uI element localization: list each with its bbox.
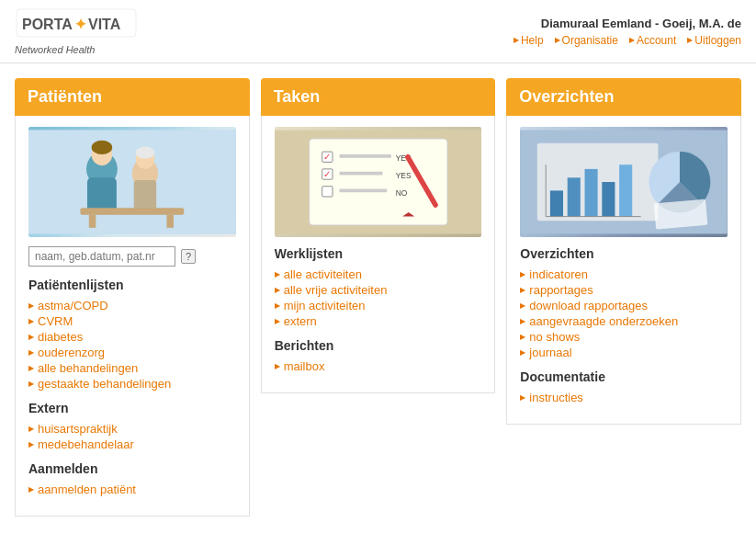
- list-item: CVRM: [28, 313, 236, 329]
- patienten-lijst-title: Patiëntenlijsten: [28, 278, 236, 292]
- logo-svg: PORTA ✦ VITA: [15, 7, 143, 42]
- svg-rect-15: [89, 215, 96, 228]
- patienten-image: [28, 127, 236, 237]
- link-download-rapportages[interactable]: download rapportages: [520, 299, 728, 312]
- svg-rect-34: [550, 190, 563, 216]
- nav-uitloggen[interactable]: Uitloggen: [687, 34, 741, 47]
- list-item: indicatoren: [520, 267, 728, 282]
- extern-links: huisartspraktijk medebehandelaar: [28, 421, 236, 452]
- list-item: alle vrije activiteiten: [275, 282, 482, 298]
- svg-text:VITA: VITA: [88, 17, 121, 32]
- list-item: diabetes: [28, 329, 236, 345]
- svg-rect-27: [322, 187, 332, 197]
- svg-rect-5: [28, 131, 236, 234]
- link-journaal[interactable]: journaal: [520, 346, 728, 359]
- list-item: download rapportages: [520, 298, 728, 313]
- list-item: astma/COPD: [28, 298, 236, 313]
- search-input[interactable]: [28, 246, 175, 267]
- link-instructies[interactable]: instructies: [520, 391, 728, 404]
- link-diabetes[interactable]: diabetes: [28, 330, 236, 344]
- werklijsten-links: alle activiteiten alle vrije activiteite…: [275, 267, 482, 329]
- column-overzichten: Overzichten: [506, 78, 741, 517]
- svg-text:YES: YES: [395, 171, 411, 180]
- search-help-button[interactable]: ?: [181, 249, 196, 264]
- link-mijn-activiteiten[interactable]: mijn activiteiten: [275, 299, 482, 312]
- link-medebehandelaar[interactable]: medebehandelaar: [28, 437, 236, 451]
- list-item: medebehandelaar: [28, 437, 236, 452]
- aanmelden-links: aanmelden patiënt: [28, 482, 236, 497]
- logo-tagline: Networked Health: [15, 44, 143, 55]
- taken-illustration: ✓ YES ✓ YES NO: [275, 127, 482, 237]
- svg-text:PORTA: PORTA: [22, 17, 73, 32]
- link-alle-activiteiten[interactable]: alle activiteiten: [275, 267, 482, 281]
- nav-help[interactable]: Help: [513, 34, 544, 47]
- list-item: alle activiteiten: [275, 267, 482, 282]
- svg-rect-14: [80, 208, 184, 215]
- svg-point-13: [136, 146, 155, 158]
- main-content: Patiënten: [0, 63, 756, 531]
- nav-account[interactable]: Account: [629, 34, 676, 47]
- berichten-title: Berichten: [275, 338, 482, 353]
- link-aanmelden-patient[interactable]: aanmelden patiënt: [28, 483, 236, 496]
- list-item: instructies: [520, 390, 728, 405]
- link-cvrm[interactable]: CVRM: [28, 314, 236, 328]
- taken-header: Taken: [261, 78, 496, 116]
- svg-rect-25: [339, 172, 382, 176]
- patienten-header: Patiënten: [15, 78, 250, 116]
- overzichten-body: Overzichten indicatoren rapportages down…: [506, 116, 741, 425]
- link-huisarts[interactable]: huisartspraktijk: [28, 422, 236, 436]
- werklijsten-title: Werklijsten: [275, 246, 482, 261]
- aanmelden-title: Aanmelden: [28, 461, 236, 476]
- patienten-body: ? Patiëntenlijsten astma/COPD CVRM diabe…: [15, 116, 250, 517]
- column-taken: Taken ✓ YES ✓ YES: [261, 78, 496, 517]
- link-astma[interactable]: astma/COPD: [28, 299, 236, 312]
- svg-text:NO: NO: [395, 188, 407, 198]
- header: PORTA ✦ VITA Networked Health Diamuraal …: [0, 0, 756, 63]
- link-gestaakte[interactable]: gestaakte behandelingen: [28, 377, 236, 391]
- list-item: alle behandelingen: [28, 360, 236, 376]
- overzichten-sub-title: Overzichten: [520, 246, 728, 261]
- svg-rect-8: [87, 177, 117, 212]
- patienten-lijst-links: astma/COPD CVRM diabetes ouderenzorg all…: [28, 298, 236, 392]
- link-rapportages[interactable]: rapportages: [520, 283, 728, 297]
- link-mailbox[interactable]: mailbox: [275, 359, 482, 373]
- svg-rect-37: [603, 182, 615, 217]
- overzichten-title: Overzichten: [519, 87, 728, 107]
- link-ouderenzorg[interactable]: ouderenzorg: [28, 346, 236, 359]
- taken-image: ✓ YES ✓ YES NO: [275, 127, 482, 237]
- nav-organisatie[interactable]: Organisatie: [555, 34, 618, 47]
- svg-text:✦: ✦: [74, 17, 87, 32]
- logo: PORTA ✦ VITA: [15, 7, 143, 42]
- link-alle-vrije[interactable]: alle vrije activiteiten: [275, 283, 482, 297]
- list-item: extern: [275, 313, 482, 329]
- taken-body: ✓ YES ✓ YES NO Werklijsten: [261, 116, 496, 393]
- link-extern[interactable]: extern: [275, 314, 482, 328]
- berichten-links: mailbox: [275, 358, 482, 374]
- list-item: journaal: [520, 345, 728, 360]
- nav-links: Help Organisatie Account Uitloggen: [513, 34, 741, 47]
- svg-text:✓: ✓: [322, 152, 330, 162]
- documentatie-title: Documentatie: [520, 369, 728, 384]
- link-alle-behandelingen[interactable]: alle behandelingen: [28, 361, 236, 375]
- search-box: ?: [28, 246, 236, 267]
- patienten-illustration: [28, 127, 236, 237]
- user-name: Diamuraal Eemland - Goeij, M.A. de: [513, 17, 741, 30]
- list-item: ouderenzorg: [28, 345, 236, 360]
- svg-rect-36: [585, 169, 598, 217]
- svg-rect-35: [568, 177, 581, 216]
- svg-rect-42: [654, 199, 708, 230]
- link-indicatoren[interactable]: indicatoren: [520, 267, 728, 281]
- link-aangevraagde[interactable]: aangevraagde onderzoeken: [520, 314, 728, 328]
- documentatie-links: instructies: [520, 390, 728, 405]
- logo-area: PORTA ✦ VITA Networked Health: [15, 7, 143, 55]
- svg-text:✓: ✓: [322, 169, 330, 179]
- column-patienten: Patiënten: [15, 78, 250, 517]
- user-area: Diamuraal Eemland - Goeij, M.A. de Help …: [513, 17, 741, 47]
- overzichten-image: [520, 127, 728, 237]
- taken-title: Taken: [274, 87, 483, 107]
- list-item: aanmelden patiënt: [28, 482, 236, 497]
- svg-rect-38: [619, 165, 632, 216]
- link-no-shows[interactable]: no shows: [520, 330, 728, 344]
- list-item: aangevraagde onderzoeken: [520, 313, 728, 329]
- svg-rect-21: [339, 154, 390, 158]
